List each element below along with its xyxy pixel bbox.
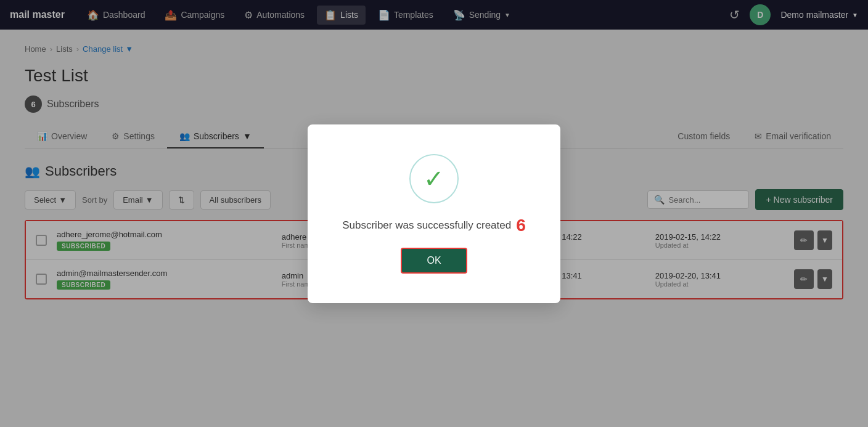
- modal: ✓ Subscriber was successfully created 6 …: [308, 124, 560, 303]
- modal-count: 6: [516, 216, 526, 235]
- modal-check-icon: ✓: [424, 166, 444, 191]
- modal-overlay: ✓ Subscriber was successfully created 6 …: [0, 0, 868, 314]
- modal-check-circle: ✓: [409, 154, 459, 203]
- modal-ok-button[interactable]: OK: [401, 248, 467, 274]
- modal-message: Subscriber was successfully created: [342, 219, 511, 232]
